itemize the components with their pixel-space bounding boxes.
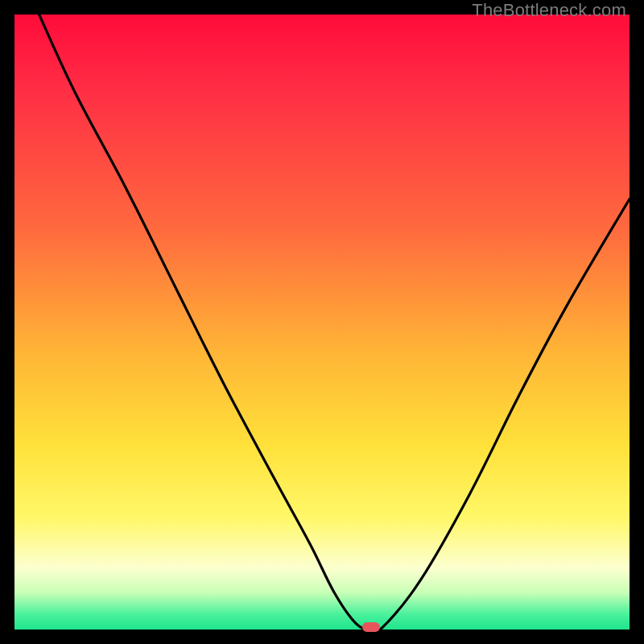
minimum-marker (362, 622, 380, 632)
bottleneck-curve (14, 14, 630, 630)
chart-frame: TheBottleneck.com (0, 0, 644, 644)
